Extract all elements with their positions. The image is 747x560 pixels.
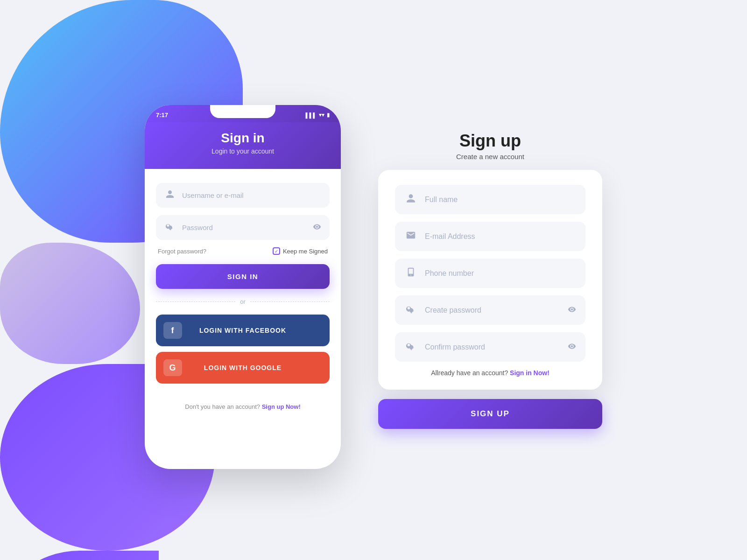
phone-header: Sign in Login to your account [145, 122, 341, 169]
confirm-password-field [395, 332, 585, 362]
toggle-confirm-password-icon[interactable] [568, 342, 576, 352]
email-icon [404, 230, 417, 243]
keep-signed-checkbox[interactable]: ✓ [273, 247, 280, 255]
phone-mockup: 7:17 ▌▌▌ ▾▾ ▮ Sign in Login to your acco… [145, 105, 341, 469]
facebook-login-button[interactable]: f LOGIN WITH FACEBOOK [156, 315, 330, 346]
toggle-password-icon[interactable] [313, 223, 321, 233]
password-field [156, 215, 330, 240]
already-account: Allready have an account? Sign in Now! [395, 369, 585, 377]
keep-signed-label: Keep me Signed [283, 248, 328, 255]
divider-line-left [156, 301, 235, 302]
signin-title: Sign in [159, 131, 327, 146]
keep-signed-option[interactable]: ✓ Keep me Signed [273, 247, 328, 255]
fullname-icon [404, 193, 417, 206]
create-password-field [395, 295, 585, 325]
signin-button[interactable]: SIGN IN [156, 264, 330, 289]
phone-time: 7:17 [156, 112, 168, 119]
google-label: LOGIN WITH GOOGLE [163, 364, 322, 371]
password-input[interactable] [182, 224, 306, 231]
signup-button[interactable]: SIGN UP [378, 399, 602, 429]
phone-icon [404, 267, 417, 280]
signin-now-link[interactable]: Sign in Now! [510, 369, 550, 377]
create-password-icon [404, 304, 417, 316]
main-container: 7:17 ▌▌▌ ▾▾ ▮ Sign in Login to your acco… [0, 0, 747, 560]
fullname-field [395, 185, 585, 214]
phone-input[interactable] [425, 269, 576, 278]
confirm-password-icon [404, 341, 417, 353]
footer-text: Don't you have an account? [185, 403, 260, 410]
signup-link[interactable]: Sign up Now! [262, 403, 301, 410]
signup-title: Sign up [378, 131, 602, 151]
phone-body: Forgot password? ✓ Keep me Signed SIGN I… [145, 169, 341, 395]
fullname-input[interactable] [425, 196, 576, 204]
divider: or [156, 298, 330, 305]
signup-panel: Sign up Create a new account [378, 131, 602, 429]
username-input[interactable] [182, 191, 321, 199]
confirm-password-input[interactable] [425, 343, 560, 351]
signal-icon: ▌▌▌ [306, 112, 317, 118]
divider-line-right [250, 301, 330, 302]
already-text: Allready have an account? [431, 369, 508, 377]
signin-subtitle: Login to your account [159, 147, 327, 155]
signup-subtitle: Create a new account [378, 153, 602, 161]
phone-footer: Don't you have an account? Sign up Now! [145, 395, 341, 419]
signup-card: Allready have an account? Sign in Now! [378, 170, 602, 390]
create-password-input[interactable] [425, 306, 560, 315]
form-options: Forgot password? ✓ Keep me Signed [158, 247, 328, 255]
status-icons: ▌▌▌ ▾▾ ▮ [306, 112, 330, 118]
key-icon [164, 222, 176, 233]
wifi-icon: ▾▾ [319, 112, 324, 118]
toggle-create-password-icon[interactable] [568, 305, 576, 315]
email-input[interactable] [425, 232, 576, 241]
google-login-button[interactable]: G LOGIN WITH GOOGLE [156, 352, 330, 384]
phone-field [395, 259, 585, 288]
or-label: or [240, 298, 246, 305]
battery-icon: ▮ [327, 112, 330, 118]
signup-header: Sign up Create a new account [378, 131, 602, 161]
user-icon [164, 189, 176, 201]
forgot-password-link[interactable]: Forgot password? [158, 248, 206, 255]
email-field [395, 222, 585, 251]
facebook-label: LOGIN WITH FACEBOOK [163, 327, 322, 334]
username-field [156, 183, 330, 208]
phone-notch [210, 105, 275, 118]
